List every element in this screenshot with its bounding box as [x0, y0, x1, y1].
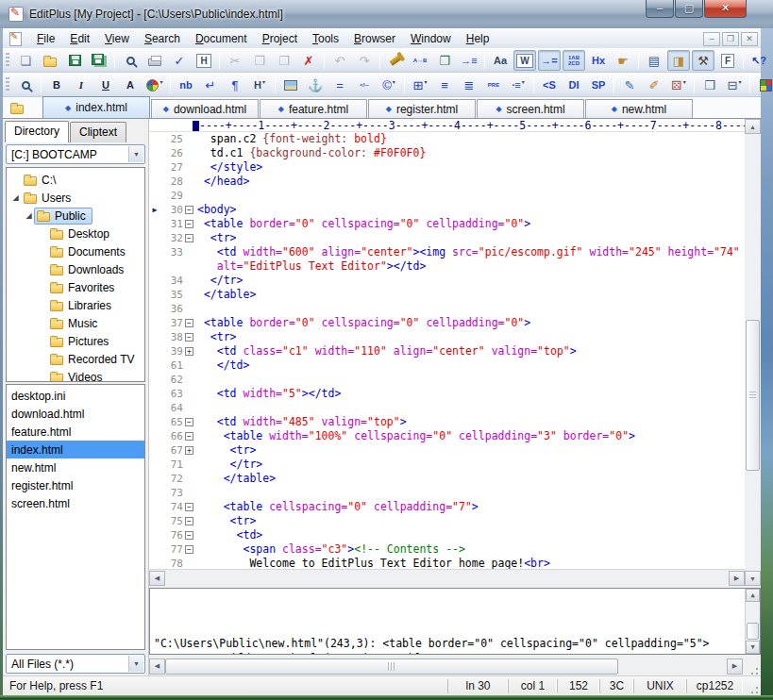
web-colors-button[interactable]	[754, 75, 773, 95]
word-wrap-button[interactable]: W	[513, 50, 536, 71]
paragraph-button[interactable]: ¶	[224, 75, 246, 95]
output-window-button[interactable]: ▤	[643, 50, 665, 71]
anchor-button[interactable]: ⚓	[304, 75, 327, 95]
editor-horizontal-scrollbar[interactable]: ◀ ▶	[149, 569, 745, 586]
redo-button[interactable]: ↷	[353, 50, 376, 71]
minimize-button[interactable]: –	[646, 0, 674, 18]
tree-item-c[interactable]: C:\	[7, 171, 144, 189]
code-editor[interactable]: 25 span.c2 {font-weight: bold}26 td.c1 {…	[149, 132, 745, 569]
fold-marker-icon[interactable]: −	[183, 203, 195, 217]
fold-marker-icon[interactable]: −	[183, 514, 195, 528]
scroll-track[interactable]	[165, 571, 729, 586]
close-button[interactable]: ✕	[704, 0, 747, 18]
directory-window-button[interactable]: ◨	[667, 50, 690, 71]
open-file-button[interactable]	[39, 50, 61, 71]
menu-item-edit[interactable]: Edit	[62, 30, 97, 47]
menu-item-document[interactable]: Document	[188, 30, 255, 47]
object-tag-button[interactable]: ⚄▾	[667, 75, 690, 95]
scroll-thumb[interactable]	[747, 623, 759, 640]
fold-marker-icon[interactable]: −	[183, 542, 195, 557]
save-all-button[interactable]	[88, 50, 110, 71]
output-vertical-scrollbar[interactable]: ▲ ▼	[745, 589, 760, 654]
edit-script-button[interactable]: ✎	[618, 75, 641, 95]
file-item-desktop-ini[interactable]: desktop.ini	[7, 387, 144, 405]
menu-item-project[interactable]: Project	[255, 30, 305, 47]
menu-item-file[interactable]: File	[29, 30, 62, 47]
fold-marker-icon[interactable]: −	[183, 316, 195, 330]
find-button[interactable]	[384, 50, 407, 71]
scroll-track[interactable]	[618, 658, 727, 675]
tree-item-pictures[interactable]: Pictures	[7, 332, 144, 350]
file-item-screen-html[interactable]: screen.html	[7, 494, 144, 512]
menu-item-view[interactable]: View	[97, 30, 137, 47]
line-numbers-button[interactable]: 1AB 2CD	[563, 50, 585, 71]
comment-button[interactable]: <!--	[353, 75, 376, 95]
underline-button[interactable]: U	[94, 75, 117, 95]
italic-button[interactable]: I	[70, 75, 92, 95]
scroll-left-button[interactable]: ◀	[149, 658, 165, 675]
image-button[interactable]	[279, 75, 302, 95]
tab-index-html[interactable]: ◆index.html	[42, 96, 150, 118]
file-item-download-html[interactable]: download.html	[7, 405, 144, 423]
file-item-new-html[interactable]: new.html	[7, 458, 144, 476]
bottom-horizontal-scrollbar[interactable]: ◀ ▶	[149, 656, 761, 676]
tab-feature-html[interactable]: ◆feature.html	[260, 99, 367, 118]
tree-item-music[interactable]: Music	[7, 314, 144, 332]
mdi-minimize-button[interactable]: –	[703, 32, 720, 46]
tab-download-html[interactable]: ◆download.html	[151, 99, 259, 118]
spell-check-button[interactable]: ✓	[168, 50, 191, 71]
maximize-button[interactable]: ▢	[675, 0, 703, 18]
find-in-files-button[interactable]: ❐	[433, 50, 456, 71]
tree-item-recorded-tv[interactable]: Recorded TV	[7, 350, 144, 368]
function-list-button[interactable]: F	[716, 50, 739, 71]
mdi-restore-button[interactable]: ❐	[722, 32, 739, 46]
fold-marker-icon[interactable]: +	[183, 344, 195, 358]
tree-item-videos[interactable]: Videos	[7, 368, 144, 382]
center-align-button[interactable]: ≡	[433, 75, 456, 95]
output-window[interactable]: "C:\Users\Public\new.html"(243,3): <tabl…	[149, 588, 761, 655]
new-html-page-button[interactable]: H	[193, 50, 215, 71]
scroll-thumb[interactable]	[165, 658, 618, 675]
fold-marker-icon[interactable]: +	[183, 443, 195, 458]
stylesheet-button[interactable]: ✐	[643, 75, 665, 95]
non-breaking-space-button[interactable]: nb	[175, 75, 197, 95]
scroll-up-button[interactable]: ▲	[746, 589, 760, 602]
scroll-right-button[interactable]: ▶	[727, 658, 743, 675]
layer-button[interactable]: ⊟▾	[723, 75, 746, 95]
cliptext-window-button[interactable]: ⚒	[692, 50, 714, 71]
tab-new-html[interactable]: ◆new.html	[585, 99, 693, 118]
mdi-close-button[interactable]: ✕	[741, 32, 758, 46]
tree-item-libraries[interactable]: Libraries	[7, 296, 144, 314]
font-button[interactable]: A	[119, 75, 142, 95]
table-button[interactable]: ⊞▾	[409, 75, 431, 95]
file-item-feature-html[interactable]: feature.html	[7, 423, 144, 441]
menu-item-browser[interactable]: Browser	[346, 30, 403, 47]
span-tag-button[interactable]: SP	[587, 75, 610, 95]
undo-button[interactable]: ↶	[328, 50, 351, 71]
chevron-down-icon[interactable]: ▼	[128, 146, 143, 162]
copy-button[interactable]: ❐	[248, 50, 271, 71]
file-item-index-html[interactable]: index.html	[7, 441, 144, 458]
heading-button[interactable]: H▾	[248, 75, 271, 95]
toolbar-grip[interactable]	[6, 53, 9, 68]
print-button[interactable]	[143, 50, 166, 71]
expand-arrow-icon[interactable]: ◢	[10, 193, 21, 202]
context-help-button[interactable]: ↖?	[748, 50, 770, 71]
tab-register-html[interactable]: ◆register.html	[368, 99, 476, 118]
goto-line-button[interactable]: →≡	[458, 50, 480, 71]
menu-item-tools[interactable]: Tools	[305, 30, 346, 47]
special-character-button[interactable]: ©▾	[378, 75, 400, 95]
strikethrough-button[interactable]: <S	[538, 75, 561, 95]
fold-marker-icon[interactable]: −	[183, 500, 195, 514]
tab-screen-html[interactable]: ◆screen.html	[477, 99, 584, 118]
font-color-button[interactable]: ▾	[143, 75, 166, 95]
toolbar-grip[interactable]	[6, 77, 9, 92]
fold-marker-icon[interactable]: −	[183, 528, 195, 542]
fold-marker-icon[interactable]: −	[183, 415, 195, 429]
scroll-down-button[interactable]: ▼	[745, 571, 761, 586]
fold-marker-icon[interactable]: −	[183, 217, 195, 231]
fold-marker-icon[interactable]: −	[183, 429, 195, 443]
save-file-button[interactable]	[63, 50, 86, 71]
dir-list-button[interactable]: DI	[563, 75, 585, 95]
scroll-down-button[interactable]: ▼	[746, 641, 760, 654]
